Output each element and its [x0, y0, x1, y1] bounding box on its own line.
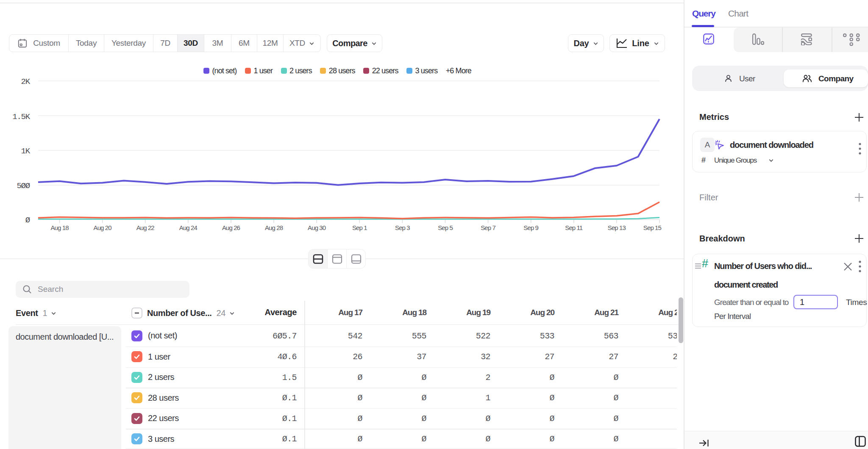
svg-text:5ØØ: 5ØØ [17, 181, 30, 191]
svg-text:Sep 9: Sep 9 [523, 224, 538, 231]
svg-text:Aug 24: Aug 24 [179, 224, 198, 231]
svg-text:1.5K: 1.5K [12, 112, 31, 122]
svg-text:Sep 15: Sep 15 [643, 224, 662, 231]
svg-text:Ø: Ø [25, 216, 30, 225]
svg-text:2K: 2K [21, 77, 31, 86]
svg-text:Aug 30: Aug 30 [308, 224, 326, 231]
svg-text:Aug 26: Aug 26 [222, 224, 240, 231]
svg-text:Sep 13: Sep 13 [608, 224, 626, 231]
svg-text:Sep 7: Sep 7 [481, 224, 495, 231]
svg-text:1K: 1K [21, 147, 31, 156]
svg-text:Sep 1: Sep 1 [352, 224, 367, 231]
svg-text:Sep 11: Sep 11 [565, 224, 583, 231]
svg-text:Sep 5: Sep 5 [438, 224, 453, 231]
svg-text:Aug 22: Aug 22 [136, 224, 155, 231]
svg-text:Aug 28: Aug 28 [265, 224, 283, 231]
svg-text:Sep 3: Sep 3 [395, 224, 410, 231]
svg-text:Aug 20: Aug 20 [94, 224, 112, 231]
svg-text:Aug 18: Aug 18 [50, 224, 69, 231]
